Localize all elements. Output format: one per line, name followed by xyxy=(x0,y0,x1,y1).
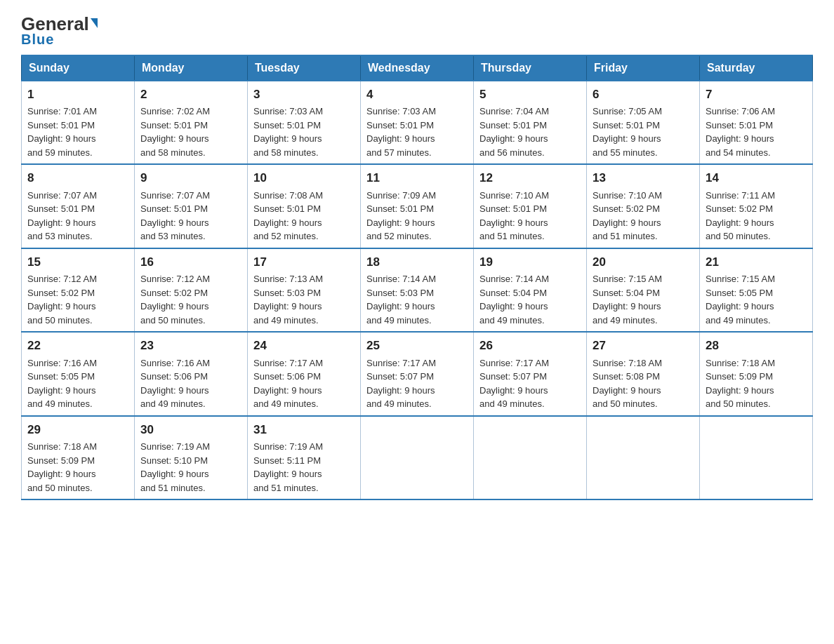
calendar-cell: 14Sunrise: 7:11 AMSunset: 5:02 PMDayligh… xyxy=(700,164,813,248)
sunset-text: Sunset: 5:04 PM xyxy=(593,288,660,298)
sunrise-text: Sunrise: 7:17 AM xyxy=(366,358,436,368)
daylight-minutes-text: and 52 minutes. xyxy=(366,231,432,241)
weekday-header-sunday: Sunday xyxy=(22,55,135,81)
weekday-header-saturday: Saturday xyxy=(700,55,813,81)
day-number: 15 xyxy=(27,253,128,271)
sunrise-text: Sunrise: 7:13 AM xyxy=(253,274,323,284)
daylight-minutes-text: and 49 minutes. xyxy=(253,315,319,326)
daylight-text: Daylight: 9 hours xyxy=(253,301,322,311)
daylight-minutes-text: and 50 minutes. xyxy=(27,483,93,493)
daylight-minutes-text: and 56 minutes. xyxy=(479,147,545,158)
daylight-minutes-text: and 51 minutes. xyxy=(140,483,206,493)
day-number: 5 xyxy=(479,86,581,104)
sunrise-text: Sunrise: 7:12 AM xyxy=(27,274,97,284)
daylight-minutes-text: and 49 minutes. xyxy=(479,315,545,326)
sunset-text: Sunset: 5:01 PM xyxy=(706,120,773,130)
calendar-cell: 19Sunrise: 7:14 AMSunset: 5:04 PMDayligh… xyxy=(474,248,587,333)
daylight-text: Daylight: 9 hours xyxy=(593,301,661,311)
day-number: 7 xyxy=(706,86,807,104)
daylight-text: Daylight: 9 hours xyxy=(253,133,322,144)
sunrise-text: Sunrise: 7:09 AM xyxy=(366,190,436,201)
daylight-text: Daylight: 9 hours xyxy=(140,133,209,144)
sunrise-text: Sunrise: 7:11 AM xyxy=(706,190,775,201)
day-number: 26 xyxy=(479,337,581,355)
sunset-text: Sunset: 5:02 PM xyxy=(27,288,95,298)
calendar-cell: 1Sunrise: 7:01 AMSunset: 5:01 PMDaylight… xyxy=(22,81,135,165)
daylight-text: Daylight: 9 hours xyxy=(27,133,96,144)
daylight-minutes-text: and 51 minutes. xyxy=(253,483,319,493)
calendar-cell xyxy=(587,416,700,500)
daylight-minutes-text: and 49 minutes. xyxy=(479,398,545,409)
logo: General Blue xyxy=(21,14,98,48)
daylight-minutes-text: and 49 minutes. xyxy=(593,315,658,326)
day-number: 3 xyxy=(253,86,355,104)
calendar-cell: 8Sunrise: 7:07 AMSunset: 5:01 PMDaylight… xyxy=(22,164,135,248)
sunrise-text: Sunrise: 7:16 AM xyxy=(140,358,210,368)
calendar-cell: 28Sunrise: 7:18 AMSunset: 5:09 PMDayligh… xyxy=(700,332,813,416)
calendar-cell: 2Sunrise: 7:02 AMSunset: 5:01 PMDaylight… xyxy=(135,81,248,165)
sunrise-text: Sunrise: 7:15 AM xyxy=(706,274,775,284)
daylight-text: Daylight: 9 hours xyxy=(479,133,548,144)
page-header: General Blue xyxy=(21,14,813,48)
sunrise-text: Sunrise: 7:05 AM xyxy=(593,106,662,116)
daylight-minutes-text: and 49 minutes. xyxy=(27,398,93,409)
daylight-text: Daylight: 9 hours xyxy=(140,469,209,479)
calendar-cell: 27Sunrise: 7:18 AMSunset: 5:08 PMDayligh… xyxy=(587,332,700,416)
sunset-text: Sunset: 5:03 PM xyxy=(366,288,434,298)
sunset-text: Sunset: 5:04 PM xyxy=(479,288,547,298)
daylight-text: Daylight: 9 hours xyxy=(479,217,548,228)
daylight-text: Daylight: 9 hours xyxy=(27,301,96,311)
daylight-text: Daylight: 9 hours xyxy=(593,133,661,144)
sunset-text: Sunset: 5:02 PM xyxy=(593,203,660,214)
sunset-text: Sunset: 5:01 PM xyxy=(253,203,321,214)
logo-triangle-icon xyxy=(91,18,98,28)
sunrise-text: Sunrise: 7:06 AM xyxy=(706,106,775,116)
calendar-cell xyxy=(700,416,813,500)
daylight-minutes-text: and 50 minutes. xyxy=(27,315,93,326)
sunrise-text: Sunrise: 7:10 AM xyxy=(593,190,662,201)
daylight-text: Daylight: 9 hours xyxy=(27,385,96,396)
sunrise-text: Sunrise: 7:19 AM xyxy=(253,441,323,452)
daylight-minutes-text: and 49 minutes. xyxy=(253,398,319,409)
calendar-cell: 11Sunrise: 7:09 AMSunset: 5:01 PMDayligh… xyxy=(361,164,474,248)
sunrise-text: Sunrise: 7:10 AM xyxy=(479,190,549,201)
sunset-text: Sunset: 5:02 PM xyxy=(140,288,208,298)
daylight-minutes-text: and 49 minutes. xyxy=(366,398,432,409)
weekday-header-row: SundayMondayTuesdayWednesdayThursdayFrid… xyxy=(22,55,813,81)
daylight-text: Daylight: 9 hours xyxy=(593,217,661,228)
daylight-minutes-text: and 58 minutes. xyxy=(253,147,319,158)
sunset-text: Sunset: 5:05 PM xyxy=(27,371,95,382)
sunset-text: Sunset: 5:08 PM xyxy=(593,371,660,382)
sunrise-text: Sunrise: 7:01 AM xyxy=(27,106,97,116)
daylight-text: Daylight: 9 hours xyxy=(253,385,322,396)
sunrise-text: Sunrise: 7:03 AM xyxy=(253,106,323,116)
daylight-text: Daylight: 9 hours xyxy=(366,385,435,396)
calendar-cell: 17Sunrise: 7:13 AMSunset: 5:03 PMDayligh… xyxy=(248,248,361,333)
daylight-text: Daylight: 9 hours xyxy=(140,217,209,228)
day-number: 18 xyxy=(366,253,468,271)
day-number: 19 xyxy=(479,253,581,271)
day-number: 30 xyxy=(140,421,241,439)
calendar-cell: 16Sunrise: 7:12 AMSunset: 5:02 PMDayligh… xyxy=(135,248,248,333)
daylight-text: Daylight: 9 hours xyxy=(479,385,548,396)
weekday-header-thursday: Thursday xyxy=(474,55,587,81)
day-number: 8 xyxy=(27,169,128,187)
sunrise-text: Sunrise: 7:19 AM xyxy=(140,441,210,452)
day-number: 14 xyxy=(706,169,807,187)
sunrise-text: Sunrise: 7:07 AM xyxy=(27,190,97,201)
calendar-cell: 15Sunrise: 7:12 AMSunset: 5:02 PMDayligh… xyxy=(22,248,135,333)
day-number: 17 xyxy=(253,253,355,271)
daylight-text: Daylight: 9 hours xyxy=(479,301,548,311)
sunrise-text: Sunrise: 7:04 AM xyxy=(479,106,549,116)
daylight-minutes-text: and 49 minutes. xyxy=(366,315,432,326)
logo-blue: Blue xyxy=(21,32,54,48)
weekday-header-tuesday: Tuesday xyxy=(248,55,361,81)
sunset-text: Sunset: 5:01 PM xyxy=(253,120,321,130)
daylight-text: Daylight: 9 hours xyxy=(706,133,774,144)
sunrise-text: Sunrise: 7:14 AM xyxy=(366,274,436,284)
daylight-text: Daylight: 9 hours xyxy=(27,217,96,228)
daylight-minutes-text: and 51 minutes. xyxy=(479,231,545,241)
sunset-text: Sunset: 5:01 PM xyxy=(27,203,95,214)
calendar-week-row: 29Sunrise: 7:18 AMSunset: 5:09 PMDayligh… xyxy=(22,416,813,500)
calendar-cell: 12Sunrise: 7:10 AMSunset: 5:01 PMDayligh… xyxy=(474,164,587,248)
